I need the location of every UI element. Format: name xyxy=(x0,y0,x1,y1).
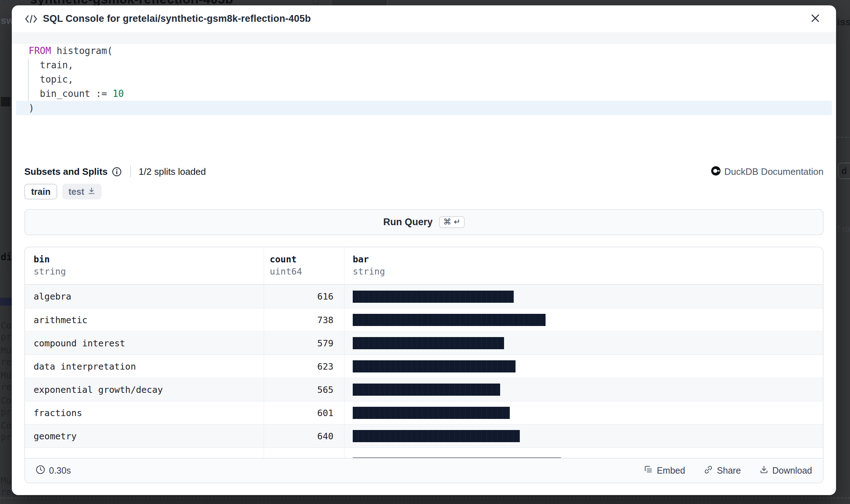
query-results-card: bin string count uint64 bar string algeb… xyxy=(24,247,824,483)
duckdb-documentation-link[interactable]: DuckDB Documentation xyxy=(711,166,824,177)
count-cell: 565 xyxy=(264,378,344,401)
histogram-bar xyxy=(353,384,500,396)
column-name: bar xyxy=(353,253,823,266)
clock-icon xyxy=(36,465,45,476)
vertical-divider xyxy=(130,166,131,177)
bar-cell xyxy=(344,332,823,355)
code-line[interactable]: bin_count := 10 xyxy=(12,87,836,101)
download-icon xyxy=(759,465,768,476)
results-footer: 0.30s Embed xyxy=(25,458,823,483)
column-type: string xyxy=(353,266,823,277)
column-header-bar[interactable]: bar string xyxy=(344,247,823,284)
background-table-border xyxy=(0,498,850,498)
bin-cell: compound interest xyxy=(25,332,264,355)
code-line[interactable]: FROM histogram( xyxy=(12,44,836,58)
column-type: string xyxy=(34,266,264,277)
histogram-bar xyxy=(353,360,516,372)
code-token: train, xyxy=(29,60,73,70)
bin-cell: data interpretation xyxy=(25,355,264,378)
subsets-label: Subsets and Splits xyxy=(24,166,108,177)
column-name: bin xyxy=(34,253,264,266)
histogram-bar xyxy=(353,430,520,442)
footer-actions: Embed Share xyxy=(644,465,812,476)
share-button[interactable]: Share xyxy=(704,465,741,476)
sql-code-lines: FROM histogram( train, topic, bin_count … xyxy=(12,44,836,115)
count-cell: 738 xyxy=(264,308,344,331)
count-cell: 640 xyxy=(264,425,344,448)
count-cell: 623 xyxy=(264,355,344,378)
sql-console-modal: SQL Console for gretelai/synthetic-gsm8k… xyxy=(12,5,836,495)
modal-header: SQL Console for gretelai/synthetic-gsm8k… xyxy=(12,5,836,32)
keyboard-shortcut-badge: ⌘ ↵ xyxy=(439,216,464,228)
code-token: ) xyxy=(29,103,34,113)
background-text-fragment: d xyxy=(838,163,850,179)
table-row[interactable]: fractions601 xyxy=(25,401,823,424)
bar-cell xyxy=(344,401,823,424)
code-line[interactable]: topic, xyxy=(12,72,836,87)
count-cell: 616 xyxy=(264,285,344,308)
histogram-bar xyxy=(353,314,546,326)
bar-cell xyxy=(344,425,823,448)
run-query-button[interactable]: Run Query ⌘ ↵ xyxy=(24,209,824,235)
bar-cell xyxy=(344,378,823,401)
count-cell: 601 xyxy=(264,401,344,424)
table-row[interactable]: data interpretation623 xyxy=(25,355,823,378)
code-line[interactable]: ) xyxy=(16,101,832,115)
close-button[interactable] xyxy=(807,11,823,27)
embed-button[interactable]: Embed xyxy=(644,465,685,476)
background-text-fragment xyxy=(0,298,12,306)
duckdb-logo-icon xyxy=(711,166,721,177)
histogram-bar xyxy=(353,291,514,303)
bin-cell: exponential growth/decay xyxy=(25,378,264,401)
subsets-and-splits-row: Subsets and Splits 1/2 splits loaded Duc… xyxy=(24,164,824,179)
query-duration: 0.30s xyxy=(36,465,71,476)
share-link-icon xyxy=(704,465,713,476)
embed-icon xyxy=(644,465,653,476)
table-header: bin string count uint64 bar string xyxy=(25,247,823,285)
table-row[interactable]: geometry640 xyxy=(25,424,823,448)
sql-editor[interactable]: FROM histogram( train, topic, bin_count … xyxy=(12,44,836,129)
table-row[interactable]: compound interest579 xyxy=(25,331,823,355)
column-header-bin[interactable]: bin string xyxy=(25,247,264,284)
split-train-label: train xyxy=(31,187,50,197)
share-label: Share xyxy=(717,465,741,476)
split-test-label: test xyxy=(68,187,84,197)
splits-loaded-status: 1/2 splits loaded xyxy=(139,166,206,177)
split-button-train[interactable]: train xyxy=(24,184,57,199)
code-token: 10 xyxy=(113,88,124,99)
splits-row: train test xyxy=(24,183,102,200)
code-token: bin_count := xyxy=(29,88,113,99)
indent-guide xyxy=(28,59,29,101)
query-duration-value: 0.30s xyxy=(49,465,71,476)
header-divider-strip xyxy=(12,32,836,44)
column-name: count xyxy=(270,253,344,266)
bar-cell xyxy=(344,308,823,331)
table-row[interactable]: exponential growth/decay565 xyxy=(25,378,823,401)
split-button-test[interactable]: test xyxy=(62,184,101,199)
code-tag-icon xyxy=(25,14,38,24)
background-text-fragment: issa xyxy=(837,16,850,28)
bin-cell: geometry xyxy=(25,425,264,448)
bin-cell: fractions xyxy=(25,401,264,424)
table-row[interactable]: algebra616 xyxy=(25,285,823,308)
background-text-fragment xyxy=(837,137,850,138)
column-type: uint64 xyxy=(270,266,344,277)
background-copy-icon xyxy=(313,0,319,4)
column-header-count[interactable]: count uint64 xyxy=(264,247,344,284)
bar-cell xyxy=(344,285,823,308)
download-label: Download xyxy=(772,465,812,476)
bin-cell: algebra xyxy=(25,285,264,308)
code-line[interactable]: train, xyxy=(12,58,836,72)
count-cell: 579 xyxy=(264,332,344,355)
run-query-label: Run Query xyxy=(383,217,433,228)
bar-cell xyxy=(344,355,823,378)
embed-label: Embed xyxy=(657,465,685,476)
code-token: topic, xyxy=(29,74,73,85)
close-icon xyxy=(810,13,820,24)
modal-title: SQL Console for gretelai/synthetic-gsm8k… xyxy=(43,13,311,24)
info-circle-icon[interactable] xyxy=(112,167,122,177)
download-button[interactable]: Download xyxy=(759,465,812,476)
table-row[interactable]: arithmetic738 xyxy=(25,308,823,331)
table-body: algebra616arithmetic738compound interest… xyxy=(25,285,823,459)
bin-cell: arithmetic xyxy=(25,308,264,331)
